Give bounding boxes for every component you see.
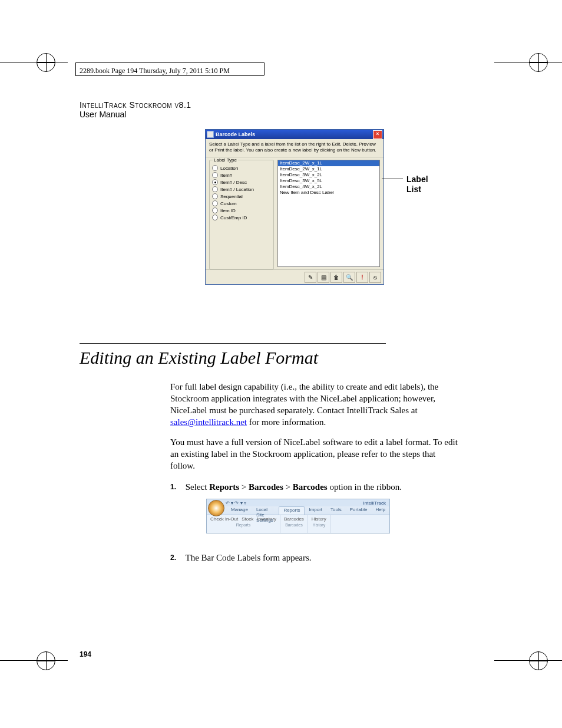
- sales-email-link[interactable]: sales@intellitrack.net: [170, 417, 247, 427]
- ribbon-group-history: HistoryHistory: [308, 515, 330, 533]
- radio-icon: [212, 165, 218, 171]
- ribbon-screenshot: ↶ ▾ ↷ ▾ ▿ IntelliTrack ManageLocal Site …: [206, 499, 390, 533]
- window-icon: [207, 131, 214, 138]
- book-header-line: 2289.book Page 194 Thursday, July 7, 201…: [80, 67, 230, 75]
- dialog-toolbar: ✎ ▤ 🗑 🔍 ! ⎋: [206, 269, 384, 284]
- registration-mark: [529, 651, 548, 670]
- radio-location[interactable]: Location: [212, 165, 271, 171]
- radio-icon: [212, 193, 218, 199]
- registration-mark: [529, 53, 548, 72]
- ribbon-tab-local-site-settings[interactable]: Local Site Settings: [252, 506, 279, 515]
- label-list[interactable]: ItemDesc_2W_x_1LItemDesc_2W_x_1LItemDesc…: [277, 160, 380, 267]
- ribbon-tab-import[interactable]: Import: [305, 506, 326, 515]
- office-button-icon[interactable]: [208, 500, 224, 516]
- radio-icon: [212, 200, 218, 206]
- crop-mark: [0, 62, 68, 62]
- radio-custom[interactable]: Custom: [212, 200, 271, 206]
- ribbon-tab-portable[interactable]: Portable: [346, 506, 372, 515]
- crop-mark: [0, 660, 68, 661]
- ribbon-group-label: History: [312, 523, 326, 527]
- preview-button[interactable]: 🔍: [343, 272, 355, 283]
- radio-label: Item ID: [220, 208, 236, 213]
- dialog-instruction: Select a Label Type and a label from the…: [206, 139, 384, 157]
- radio-label: Sequential: [220, 194, 243, 199]
- ribbon-tabs: ManageLocal Site SettingsReportsImportTo…: [207, 506, 389, 515]
- product-subtitle: User Manual: [80, 110, 191, 119]
- ribbon-tab-manage[interactable]: Manage: [227, 506, 252, 515]
- radio-item-[interactable]: Item#: [212, 172, 271, 178]
- ribbon-group-label: Reports: [210, 523, 276, 527]
- ribbon-tab-help[interactable]: Help: [372, 506, 389, 515]
- ribbon-tab-reports[interactable]: Reports: [279, 506, 305, 515]
- list-item[interactable]: New Item and Desc Label: [278, 190, 379, 196]
- group-legend: Label Type: [213, 157, 238, 163]
- ribbon-group-barcodes: BarcodesBarcodes: [280, 515, 308, 533]
- header-rule: [75, 62, 76, 75]
- radio-icon: [212, 215, 218, 220]
- section-rule: [80, 343, 386, 344]
- paragraph-1: For full label design capability (i.e., …: [170, 381, 459, 428]
- list-item[interactable]: ItemDesc_4W_x_2L: [278, 184, 379, 190]
- step-number: 2.: [170, 552, 183, 564]
- ribbon-tab-tools[interactable]: Tools: [326, 506, 346, 515]
- ribbon-button-check-in-out[interactable]: Check In-Out: [210, 516, 238, 522]
- list-item[interactable]: ItemDesc_2W_x_1L: [278, 160, 379, 166]
- edit-button[interactable]: ▤: [318, 272, 329, 283]
- ribbon-body: Check In-OutStockInventoryReportsBarcode…: [207, 515, 389, 533]
- dialog-title: Barcode Labels: [216, 131, 255, 137]
- registration-mark: [37, 53, 55, 72]
- step-number: 1.: [170, 481, 183, 493]
- list-item[interactable]: ItemDesc_3W_x_2L: [278, 172, 379, 178]
- ribbon-button-inventory[interactable]: Inventory: [257, 516, 276, 522]
- crop-mark: [494, 62, 562, 62]
- exit-button[interactable]: ⎋: [369, 272, 381, 283]
- product-header: IntelliTrack Stockroom v8.1 User Manual: [80, 100, 191, 119]
- header-rule: [264, 62, 265, 75]
- radio-label: Location: [220, 166, 238, 171]
- radio-item-desc[interactable]: Item# / Desc: [212, 179, 271, 185]
- list-item[interactable]: ItemDesc_2W_x_1L: [278, 166, 379, 172]
- list-item[interactable]: ItemDesc_3W_x_5L: [278, 178, 379, 184]
- header-rule: [75, 62, 264, 63]
- ribbon-group-label: Barcodes: [284, 523, 304, 527]
- step-2: 2. The Bar Code Labels form appears.: [170, 552, 459, 564]
- radio-label: Cust/Emp ID: [220, 215, 247, 220]
- radio-item-location[interactable]: Item# / Location: [212, 186, 271, 192]
- ribbon-group-reports: Check In-OutStockInventoryReports: [207, 515, 280, 533]
- product-title: IntelliTrack Stockroom v8.1: [80, 100, 191, 110]
- radio-item-id[interactable]: Item ID: [212, 207, 271, 213]
- label-type-group: Label Type LocationItem#Item# / DescItem…: [209, 160, 274, 269]
- callout-line: [382, 179, 403, 179]
- section-heading: Editing an Existing Label Format: [80, 348, 318, 368]
- registration-mark: [37, 651, 55, 670]
- delete-button[interactable]: 🗑: [330, 272, 342, 283]
- page-number: 194: [80, 650, 91, 658]
- header-rule: [75, 75, 264, 76]
- radio-label: Item# / Location: [220, 187, 254, 192]
- radio-label: Item#: [220, 173, 232, 178]
- ribbon-button-stock[interactable]: Stock: [242, 516, 253, 522]
- crop-mark: [494, 660, 562, 661]
- step-1: 1. Select Reports > Barcodes > Barcodes …: [170, 481, 459, 493]
- radio-label: Custom: [220, 201, 237, 206]
- radio-icon: [212, 207, 218, 213]
- close-icon[interactable]: ×: [373, 130, 382, 139]
- radio-icon: [212, 179, 218, 185]
- ribbon-button-barcodes[interactable]: Barcodes: [284, 516, 304, 522]
- radio-icon: [212, 186, 218, 192]
- new-button[interactable]: ✎: [305, 272, 316, 283]
- radio-sequential[interactable]: Sequential: [212, 193, 271, 199]
- radio-icon: [212, 172, 218, 178]
- barcode-labels-dialog: Barcode Labels × Select a Label Type and…: [205, 129, 384, 285]
- dialog-titlebar: Barcode Labels ×: [206, 130, 384, 139]
- radio-cust-emp-id[interactable]: Cust/Emp ID: [212, 215, 271, 220]
- radio-label: Item# / Desc: [220, 180, 247, 185]
- paragraph-2: You must have a full version of NiceLabe…: [170, 436, 459, 472]
- quick-access-toolbar: ↶ ▾ ↷ ▾ ▿: [226, 500, 246, 506]
- callout-label-list: Label List: [406, 174, 428, 195]
- alert-button[interactable]: !: [356, 272, 368, 283]
- ribbon-button-history[interactable]: History: [312, 516, 326, 522]
